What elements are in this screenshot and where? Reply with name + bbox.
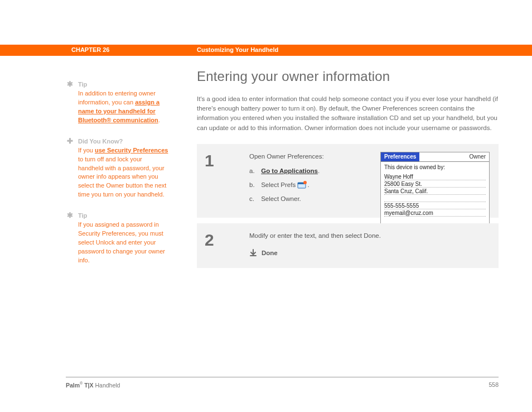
- done-indicator: Done: [249, 248, 490, 258]
- chapter-header: CHAPTER 26 Customizing Your Handheld: [0, 45, 532, 56]
- sidebar-label: Did You Know?: [78, 137, 123, 146]
- palm-line: 555-555-5555: [384, 202, 486, 209]
- step-lead: Modify or enter the text, and then selec…: [249, 231, 490, 241]
- palm-line: myemail@cruz.com: [384, 209, 486, 217]
- sidebar-text: If you assigned a password in Security P…: [78, 221, 168, 265]
- substep-text: Select Prefs: [261, 181, 297, 188]
- done-label: Done: [262, 248, 278, 258]
- palm-owned-by-label: This device is owned by:: [384, 164, 486, 172]
- sidebar-did-you-know: ✚ Did You Know? If you use Security Pref…: [66, 137, 168, 200]
- done-arrow-icon: [249, 249, 257, 257]
- step-2: 2 Modify or enter the text, and then sel…: [197, 223, 499, 267]
- palm-line: Santa Cruz, Calif.: [384, 188, 486, 195]
- sidebar-text: If you: [78, 147, 95, 154]
- link-security-preferences[interactable]: use Security Preferences: [95, 147, 168, 154]
- prefs-icon: [297, 181, 307, 189]
- palm-line: [384, 217, 486, 224]
- substep-marker: b.: [249, 180, 259, 190]
- asterisk-icon: ✱: [66, 80, 74, 88]
- svg-point-2: [303, 181, 307, 184]
- chapter-label: CHAPTER 26: [71, 46, 197, 55]
- page-footer: Palm® T|X Handheld 558: [66, 377, 499, 390]
- product-name: Palm® T|X Handheld: [66, 381, 120, 390]
- palm-titlebar-left: Preferences: [381, 152, 419, 162]
- sidebar-tip-1: ✱ Tip In addition to entering owner info…: [66, 80, 168, 125]
- palm-titlebar-right: Owner: [466, 152, 489, 162]
- main-content: Entering your owner information It's a g…: [197, 67, 499, 268]
- asterisk-icon: ✱: [66, 212, 74, 219]
- sidebar: ✱ Tip In addition to entering owner info…: [66, 67, 183, 265]
- sidebar-text: to turn off and lock your handheld with …: [78, 156, 166, 198]
- link-go-to-applications[interactable]: Go to Applications: [261, 167, 318, 174]
- step-number: 2: [205, 228, 214, 252]
- palm-line: Wayne Hoff: [384, 173, 486, 180]
- intro-paragraph: It's a good idea to enter information th…: [197, 94, 499, 133]
- palm-line: [384, 195, 486, 202]
- step-number: 1: [205, 148, 214, 173]
- substep-marker: c.: [249, 194, 259, 204]
- sidebar-label: Tip: [78, 80, 87, 89]
- chapter-title: Customizing Your Handheld: [197, 46, 278, 55]
- substep-marker: a.: [249, 166, 259, 176]
- palm-line: 25800 Easy St.: [384, 180, 486, 188]
- sidebar-tip-2: ✱ Tip If you assigned a password in Secu…: [66, 212, 168, 265]
- substep-text: Select Owner.: [261, 195, 301, 202]
- sidebar-label: Tip: [78, 212, 87, 221]
- page-number: 558: [489, 381, 499, 390]
- plus-icon: ✚: [66, 137, 74, 145]
- step-1: 1 Open Owner Preferences: a. Go to Appli…: [197, 144, 499, 218]
- page-title: Entering your owner information: [197, 67, 499, 87]
- sidebar-text: .: [158, 117, 160, 123]
